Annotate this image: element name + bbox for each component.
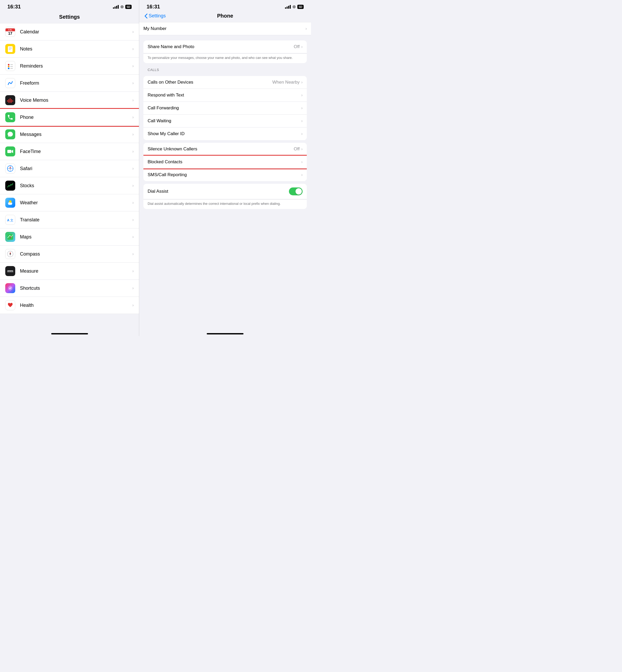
chevron-icon: › <box>132 286 134 290</box>
blocked-contacts-item[interactable]: Blocked Contacts › <box>143 156 307 168</box>
battery-icon: 5D <box>125 5 132 9</box>
settings-item-measure[interactable]: Measure › <box>0 263 139 280</box>
chevron-icon: › <box>132 200 134 205</box>
stocks-icon <box>5 181 15 191</box>
svg-rect-36 <box>10 270 10 271</box>
left-time: 16:31 <box>7 4 21 10</box>
silence-section: Silence Unknown Callers Off › Blocked Co… <box>143 143 307 181</box>
home-bar <box>207 333 243 334</box>
chevron-icon: › <box>132 115 134 120</box>
voice-memos-label: Voice Memos <box>20 98 132 103</box>
battery-icon: 5D <box>297 5 304 9</box>
right-header: Settings Phone <box>139 12 311 22</box>
settings-item-shortcuts[interactable]: Shortcuts › <box>0 280 139 297</box>
back-label: Settings <box>149 13 166 19</box>
settings-item-health[interactable]: Health › <box>0 297 139 314</box>
left-home-indicator <box>0 330 139 336</box>
chevron-icon: › <box>301 119 303 123</box>
settings-item-weather[interactable]: Weather › <box>0 194 139 212</box>
silence-callers-label: Silence Unknown Callers <box>148 147 293 152</box>
messages-label: Messages <box>20 132 132 137</box>
call-waiting-item[interactable]: Call Waiting › <box>143 115 307 128</box>
chevron-icon: › <box>301 160 303 164</box>
call-forwarding-label: Call Forwarding <box>148 105 301 111</box>
svg-text:A: A <box>7 219 9 222</box>
calls-other-devices-item[interactable]: Calls on Other Devices When Nearby › <box>143 76 307 89</box>
svg-rect-37 <box>11 270 11 271</box>
phone-icon <box>5 112 15 122</box>
chevron-icon: › <box>301 147 303 152</box>
right-time: 16:31 <box>146 4 160 10</box>
settings-item-stocks[interactable]: Stocks › <box>0 177 139 194</box>
dial-assist-toggle[interactable] <box>289 188 303 195</box>
settings-item-messages[interactable]: Messages › <box>0 126 139 143</box>
chevron-icon: › <box>132 303 134 308</box>
chevron-icon: › <box>301 131 303 136</box>
chevron-icon: › <box>301 93 303 98</box>
phone-label: Phone <box>20 115 132 120</box>
left-panel-title: Settings <box>0 12 139 23</box>
chevron-icon: › <box>132 81 134 86</box>
chevron-icon: › <box>301 106 303 110</box>
right-status-bar: 16:31 ⊛ 5D <box>139 0 311 12</box>
chevron-icon: › <box>132 46 134 51</box>
silence-callers-item[interactable]: Silence Unknown Callers Off › <box>143 143 307 156</box>
weather-icon <box>5 198 15 208</box>
chevron-icon: › <box>132 149 134 154</box>
settings-item-calendar[interactable]: CAL 17 Calendar › <box>0 23 139 40</box>
svg-point-5 <box>8 66 9 67</box>
safari-label: Safari <box>20 166 132 171</box>
chevron-icon: › <box>301 172 303 177</box>
notes-label: Notes <box>20 46 132 52</box>
show-caller-id-item[interactable]: Show My Caller ID › <box>143 128 307 140</box>
settings-item-facetime[interactable]: FaceTime › <box>0 143 139 160</box>
share-name-value: Off <box>293 44 300 50</box>
settings-item-compass[interactable]: Compass › <box>0 246 139 263</box>
weather-label: Weather <box>20 200 132 205</box>
translate-label: Translate <box>20 217 132 223</box>
svg-rect-1 <box>9 47 12 48</box>
svg-rect-12 <box>10 98 10 103</box>
settings-item-translate[interactable]: A 文 Translate › <box>0 212 139 228</box>
reminders-icon <box>5 61 15 71</box>
svg-rect-14 <box>12 100 13 102</box>
settings-item-freeform[interactable]: Freeform › <box>0 75 139 92</box>
svg-point-6 <box>8 68 9 69</box>
back-button[interactable]: Settings <box>144 13 166 19</box>
my-number-label: My Number <box>143 26 306 31</box>
facetime-label: FaceTime <box>20 149 132 154</box>
measure-icon <box>5 266 15 276</box>
svg-rect-0 <box>8 46 12 52</box>
chevron-icon: › <box>301 80 303 85</box>
wifi-icon: ⊛ <box>120 4 124 9</box>
settings-item-voice-memos[interactable]: Voice Memos › <box>0 92 139 109</box>
right-home-indicator <box>139 330 311 336</box>
left-status-bar: 16:31 ⊛ 5D <box>0 0 139 12</box>
settings-list: CAL 17 Calendar › Notes › <box>0 23 139 330</box>
svg-rect-15 <box>7 150 11 153</box>
respond-text-item[interactable]: Respond with Text › <box>143 89 307 102</box>
share-name-sublabel: To personalize your messages, choose you… <box>148 56 292 60</box>
my-number-item[interactable]: My Number › <box>139 22 311 35</box>
signal-icon <box>285 5 291 9</box>
right-panel-title: Phone <box>217 13 233 19</box>
settings-item-maps[interactable]: Maps › <box>0 228 139 246</box>
chevron-icon: › <box>132 98 134 102</box>
settings-item-reminders[interactable]: Reminders › <box>0 58 139 75</box>
right-panel: 16:31 ⊛ 5D Settings Phone My Number › <box>139 0 311 336</box>
health-icon <box>5 300 15 310</box>
calls-other-devices-value: When Nearby <box>272 79 300 85</box>
share-name-item[interactable]: Share Name and Photo Off › <box>143 40 307 53</box>
calls-section: Calls on Other Devices When Nearby › Res… <box>143 76 307 140</box>
dial-assist-item[interactable]: Dial Assist <box>143 184 307 199</box>
messages-icon <box>5 129 15 139</box>
svg-rect-38 <box>12 270 12 271</box>
compass-icon <box>5 249 15 259</box>
call-forwarding-item[interactable]: Call Forwarding › <box>143 102 307 115</box>
svg-rect-7 <box>10 64 13 65</box>
sms-reporting-item[interactable]: SMS/Call Reporting › <box>143 168 307 181</box>
settings-item-safari[interactable]: Safari › <box>0 160 139 177</box>
svg-rect-34 <box>8 270 8 271</box>
settings-item-notes[interactable]: Notes › <box>0 40 139 58</box>
settings-item-phone[interactable]: Phone › <box>0 109 139 126</box>
